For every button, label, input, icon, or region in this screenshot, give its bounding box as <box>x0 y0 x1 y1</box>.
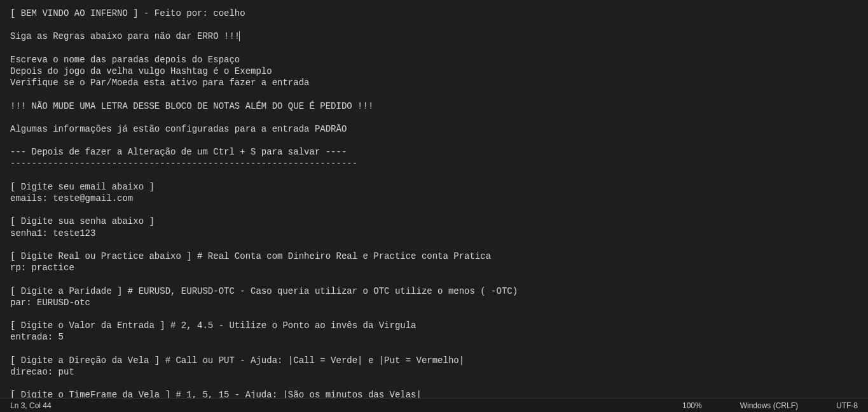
editor-content[interactable]: [ BEM VINDO AO INFERNO ] - Feito por: co… <box>0 0 868 398</box>
text-cursor <box>239 31 240 41</box>
editor-line[interactable] <box>10 88 858 100</box>
editor-line[interactable]: Escreva o nome das paradas depois do Esp… <box>10 54 858 65</box>
editor-line[interactable]: [ Digite o Valor da Entrada ] # 2, 4.5 -… <box>10 320 858 331</box>
zoom-level[interactable]: 100% <box>682 401 702 410</box>
editor-line[interactable]: [ Digite Real ou Practice abaixo ] # Rea… <box>10 251 858 262</box>
editor-line[interactable]: emails: teste@gmail.com <box>10 193 858 204</box>
editor-line[interactable] <box>10 239 858 251</box>
editor-line[interactable]: [ Digite a Paridade ] # EURUSD, EURUSD-O… <box>10 285 858 297</box>
editor-line[interactable]: --- Depois de fazer a Alteração de um Ct… <box>10 146 858 158</box>
editor-line[interactable]: !!! NÃO MUDE UMA LETRA DESSE BLOCO DE NO… <box>10 100 858 112</box>
editor-line[interactable]: Algumas informações já estão configurada… <box>10 123 858 135</box>
editor-line[interactable]: [ BEM VINDO AO INFERNO ] - Feito por: co… <box>10 8 858 19</box>
editor-line[interactable]: Verifique se o Par/Moeda esta ativo para… <box>10 77 858 88</box>
editor-line[interactable] <box>10 112 858 123</box>
editor-line[interactable]: senha1: teste123 <box>10 228 858 239</box>
editor-line[interactable]: direcao: put <box>10 366 858 378</box>
editor-line[interactable] <box>10 204 858 216</box>
line-ending[interactable]: Windows (CRLF) <box>740 401 798 410</box>
editor-line[interactable]: Siga as Regras abaixo para não dar ERRO … <box>10 31 858 42</box>
editor-line[interactable]: rp: practice <box>10 262 858 273</box>
editor-line[interactable] <box>10 308 858 320</box>
encoding[interactable]: UTF-8 <box>836 401 858 410</box>
editor-line[interactable]: Depois do jogo da velha vulgo Hashtag é … <box>10 65 858 77</box>
editor-line[interactable] <box>10 378 858 389</box>
editor-line[interactable] <box>10 273 858 285</box>
editor-line[interactable]: entrada: 5 <box>10 331 858 343</box>
editor-line[interactable]: [ Digite o TimeFrame da Vela ] # 1, 5, 1… <box>10 389 858 398</box>
editor-line[interactable]: par: EURUSD-otc <box>10 297 858 308</box>
editor-line[interactable] <box>10 170 858 181</box>
editor-line[interactable] <box>10 135 858 146</box>
cursor-position[interactable]: Ln 3, Col 44 <box>10 401 52 410</box>
editor-line[interactable]: [ Digite a Direção da Vela ] # Call ou P… <box>10 355 858 366</box>
editor-line[interactable] <box>10 343 858 354</box>
status-bar: Ln 3, Col 44 100% Windows (CRLF) UTF-8 <box>0 398 868 412</box>
editor-line[interactable] <box>10 19 858 31</box>
editor-line[interactable]: ----------------------------------------… <box>10 158 858 169</box>
editor-line[interactable] <box>10 43 858 54</box>
editor-line[interactable]: [ Digite seu email abaixo ] <box>10 181 858 193</box>
editor-line[interactable]: [ Digite sua senha abaixo ] <box>10 216 858 227</box>
